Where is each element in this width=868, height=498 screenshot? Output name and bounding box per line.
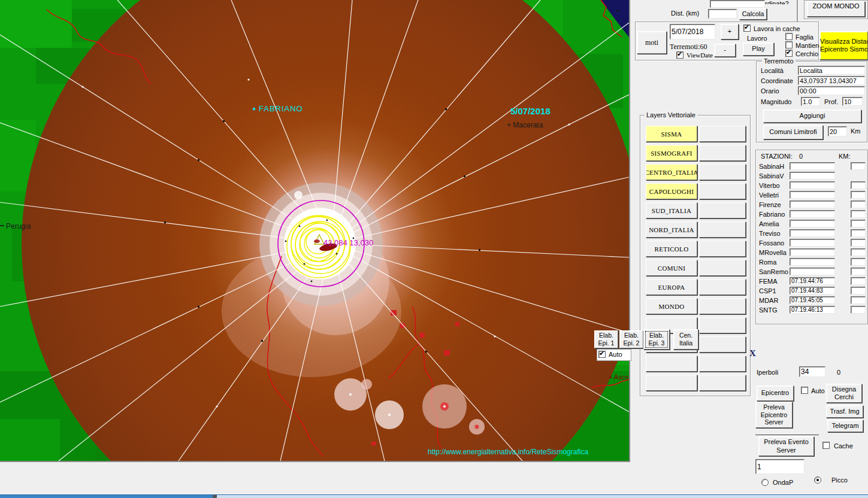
station-value-input[interactable] — [790, 258, 835, 266]
layer-button-sud-italia[interactable]: SUD_ITALIA — [646, 202, 697, 218]
station-km-input[interactable] — [851, 181, 866, 189]
layer-cell[interactable] — [699, 298, 746, 314]
evento-number-input[interactable] — [755, 459, 805, 474]
station-value-input[interactable] — [790, 220, 835, 227]
telegram-button[interactable]: Telegram — [827, 420, 863, 432]
station-value-input[interactable] — [790, 306, 835, 314]
cerchio-checkbox[interactable] — [785, 50, 793, 57]
station-km-input[interactable] — [851, 258, 866, 266]
layer-button-nord-italia[interactable]: NORD_ITALIA — [646, 221, 697, 238]
station-value-input[interactable] — [790, 229, 835, 237]
layer-button-capoluoghi[interactable]: CAPOLUOGHI — [646, 183, 697, 199]
prof-input[interactable] — [842, 97, 863, 106]
visualizza-distanza-button[interactable]: Visualizza Distanza Epicentro Sismogra — [819, 31, 868, 60]
station-value-input[interactable] — [790, 210, 835, 218]
layer-cell[interactable] — [699, 183, 746, 199]
scrollbar-knob[interactable] — [213, 495, 217, 498]
station-km-input[interactable] — [851, 162, 866, 170]
picco-radio[interactable] — [814, 476, 821, 484]
elab-epi-1-button[interactable]: Elab. Epi. 1 — [594, 330, 618, 348]
station-value-input[interactable] — [790, 239, 835, 247]
station-km-input[interactable] — [851, 229, 866, 237]
trasf-img-button[interactable]: Trasf. Img — [826, 405, 863, 418]
elab-epi-3-button[interactable]: Elab. Epi. 3 — [643, 329, 670, 350]
station-value-input[interactable] — [790, 201, 835, 208]
comuni-km-input[interactable] — [828, 126, 847, 136]
layer-cell[interactable] — [699, 375, 746, 391]
station-value-input[interactable] — [790, 191, 835, 199]
station-km-input[interactable] — [851, 210, 866, 218]
epicentro-button[interactable]: Epicentro — [757, 385, 794, 401]
date-plus-button[interactable]: + — [721, 24, 739, 40]
magnitudo-input[interactable] — [801, 97, 820, 106]
elab-epi-2-button[interactable]: Elab. Epi. 2 — [619, 330, 643, 348]
layer-button-centro-italia[interactable]: CENTRO_ITALIA — [646, 164, 697, 180]
viewdate-checkbox[interactable] — [676, 51, 683, 59]
preleva-epicentro-server-button[interactable]: Preleva Epicentro Server — [755, 402, 793, 428]
layer-cell[interactable] — [699, 164, 746, 180]
station-value-input[interactable] — [790, 248, 835, 256]
station-value-input[interactable] — [790, 162, 835, 170]
layer-button-sismografi[interactable]: SISMOGRAFI — [646, 145, 697, 161]
faglia-checkbox[interactable] — [785, 33, 793, 40]
layer-cell[interactable] — [699, 260, 746, 276]
date-minus-button[interactable]: - — [714, 44, 736, 57]
terremoti-list-button[interactable]: moti — [637, 31, 667, 54]
preleva-evento-server-button[interactable]: Preleva Evento Server — [758, 436, 814, 456]
station-km-input[interactable] — [851, 277, 866, 285]
auto-cerchi-checkbox[interactable] — [801, 387, 808, 394]
localita-input[interactable] — [798, 66, 865, 75]
layer-button-reticolo[interactable]: RETICOLO — [646, 241, 697, 257]
bottom-scrollbar[interactable] — [0, 494, 868, 498]
mantiene-checkbox[interactable] — [785, 41, 793, 48]
layer-button-empty[interactable] — [646, 356, 697, 372]
auto-elab-checkbox[interactable] — [598, 351, 606, 358]
station-km-input[interactable] — [851, 220, 866, 227]
station-km-input[interactable] — [851, 287, 866, 294]
zoom-mondo-button[interactable]: ZOOM MONDO — [807, 1, 865, 17]
layer-cell[interactable] — [699, 317, 746, 333]
station-km-input[interactable] — [851, 191, 866, 199]
coord-result-box[interactable] — [710, 0, 765, 8]
station-value-input[interactable] — [790, 287, 835, 294]
layer-cell[interactable] — [699, 241, 746, 257]
ondap-radio[interactable] — [761, 479, 769, 486]
layer-cell[interactable] — [699, 279, 746, 295]
layer-button-empty[interactable] — [646, 375, 697, 391]
station-value-input[interactable] — [790, 277, 835, 285]
station-km-input[interactable] — [851, 201, 866, 208]
play-button[interactable]: Play — [743, 42, 774, 56]
scrollbar-thumb[interactable] — [0, 495, 213, 498]
layer-button-comuni[interactable]: COMUNI — [646, 260, 697, 276]
seismic-map[interactable]: FABRIANO 5/07/2018 + Macerata Perugia + … — [0, 0, 629, 461]
station-value-input[interactable] — [790, 172, 835, 180]
calcola-button[interactable]: Calcola — [739, 8, 767, 20]
station-km-input[interactable] — [851, 306, 866, 314]
station-km-input[interactable] — [851, 268, 866, 275]
layer-cell[interactable] — [699, 202, 746, 218]
disegna-cerchi-button[interactable]: Disegna Cerchi — [826, 384, 862, 403]
station-value-input[interactable] — [790, 181, 835, 189]
aggiungi-button[interactable]: Aggiungi — [763, 110, 861, 123]
orario-input[interactable] — [798, 86, 865, 95]
comuni-limitrofi-button[interactable]: Comuni Limitrofi — [763, 125, 823, 139]
layer-button-sisma[interactable]: SISMA — [646, 126, 697, 142]
cen-italia-button[interactable]: Cen. Italia — [673, 329, 698, 350]
iperboli-input[interactable] — [799, 366, 825, 377]
station-km-input[interactable] — [851, 248, 866, 256]
layer-cell[interactable] — [699, 126, 746, 142]
station-value-input[interactable] — [790, 296, 835, 304]
layer-button-europa[interactable]: EUROPA — [646, 279, 697, 295]
station-value-input[interactable] — [790, 268, 835, 275]
layer-cell[interactable] — [699, 145, 746, 161]
dist-km-input[interactable] — [708, 9, 737, 19]
layer-button-mondo[interactable]: MONDO — [646, 298, 697, 314]
layer-cell[interactable] — [699, 336, 746, 353]
station-km-input[interactable] — [851, 296, 866, 304]
layer-cell[interactable] — [699, 221, 746, 238]
layer-cell[interactable] — [699, 356, 746, 372]
lavora-in-cache-checkbox[interactable] — [743, 25, 751, 32]
cache-checkbox[interactable] — [822, 442, 830, 449]
station-km-input[interactable] — [851, 239, 866, 247]
coordinate-input[interactable] — [798, 76, 865, 85]
